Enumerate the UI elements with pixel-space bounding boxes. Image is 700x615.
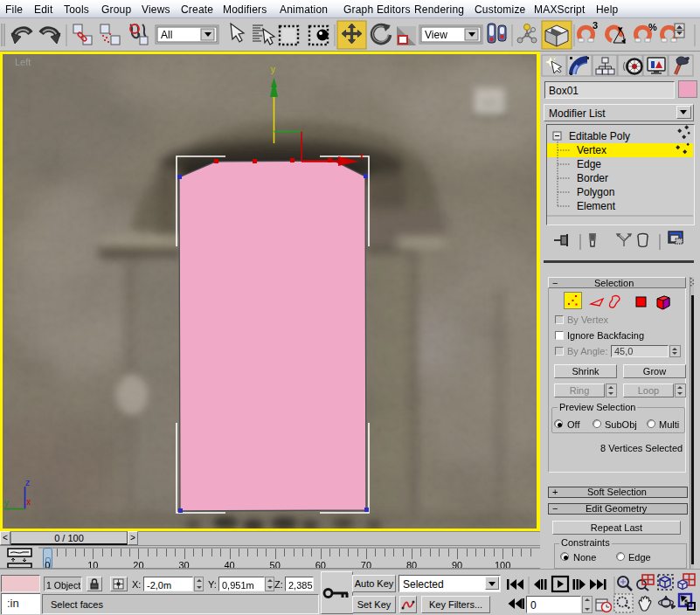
svg-text:Vertex: Vertex [577,144,606,156]
svg-text:3: 3 [593,20,598,31]
svg-text:Border: Border [577,172,608,184]
svg-text:Element: Element [577,200,616,212]
svg-text:z: z [25,477,31,487]
svg-text:Polygon: Polygon [577,186,614,198]
svg-text:x: x [359,150,364,161]
svg-text:x: x [26,497,31,507]
svg-text:Editable Poly: Editable Poly [569,130,630,142]
svg-text:View: View [425,29,447,41]
svg-text:All: All [161,29,172,41]
svg-text:Edge: Edge [577,158,601,170]
svg-text:%: % [648,22,657,32]
svg-text:y: y [4,497,10,508]
svg-text:y: y [271,65,275,74]
